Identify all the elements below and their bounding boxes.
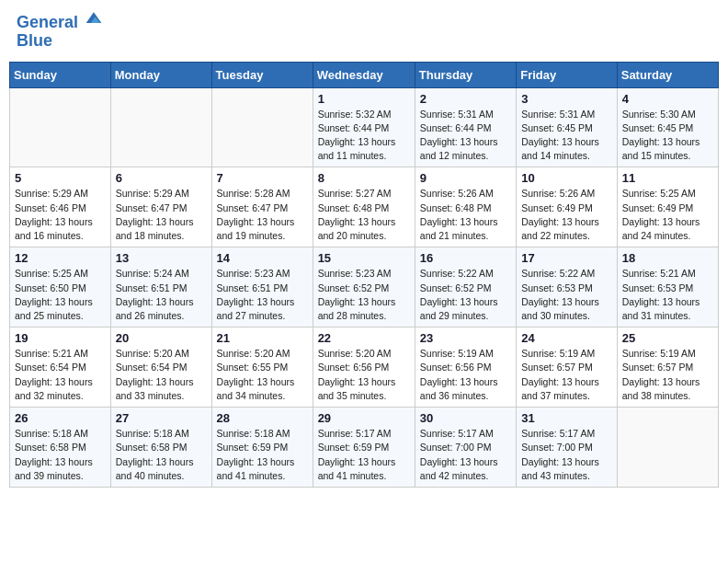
calendar-cell: 30Sunrise: 5:17 AM Sunset: 7:00 PM Dayli… xyxy=(415,408,516,488)
calendar-cell: 24Sunrise: 5:19 AM Sunset: 6:57 PM Dayli… xyxy=(517,327,618,408)
day-info: Sunrise: 5:19 AM Sunset: 6:57 PM Dayligh… xyxy=(622,347,713,403)
calendar-cell: 10Sunrise: 5:26 AM Sunset: 6:49 PM Dayli… xyxy=(517,167,618,247)
day-of-week-header: Tuesday xyxy=(211,62,313,87)
calendar-cell: 17Sunrise: 5:22 AM Sunset: 6:53 PM Dayli… xyxy=(517,247,618,327)
calendar-cell: 18Sunrise: 5:21 AM Sunset: 6:53 PM Dayli… xyxy=(617,247,718,327)
calendar-cell: 22Sunrise: 5:20 AM Sunset: 6:56 PM Dayli… xyxy=(313,327,415,408)
calendar-week-row: 12Sunrise: 5:25 AM Sunset: 6:50 PM Dayli… xyxy=(10,247,719,327)
day-info: Sunrise: 5:17 AM Sunset: 6:59 PM Dayligh… xyxy=(318,427,410,483)
day-info: Sunrise: 5:25 AM Sunset: 6:50 PM Dayligh… xyxy=(15,267,106,323)
calendar-cell xyxy=(617,408,718,488)
day-info: Sunrise: 5:17 AM Sunset: 7:00 PM Dayligh… xyxy=(521,427,612,483)
day-number: 26 xyxy=(15,411,106,425)
day-info: Sunrise: 5:18 AM Sunset: 6:58 PM Dayligh… xyxy=(116,427,207,483)
calendar-cell: 9Sunrise: 5:26 AM Sunset: 6:48 PM Daylig… xyxy=(415,167,516,247)
day-number: 28 xyxy=(217,411,308,425)
day-info: Sunrise: 5:27 AM Sunset: 6:48 PM Dayligh… xyxy=(318,187,410,243)
calendar-cell: 16Sunrise: 5:22 AM Sunset: 6:52 PM Dayli… xyxy=(415,247,516,327)
day-number: 19 xyxy=(15,331,106,345)
day-number: 31 xyxy=(521,411,612,425)
calendar-cell: 26Sunrise: 5:18 AM Sunset: 6:58 PM Dayli… xyxy=(10,408,111,488)
day-info: Sunrise: 5:22 AM Sunset: 6:52 PM Dayligh… xyxy=(420,267,511,323)
calendar-cell: 29Sunrise: 5:17 AM Sunset: 6:59 PM Dayli… xyxy=(313,408,415,488)
calendar-cell: 31Sunrise: 5:17 AM Sunset: 7:00 PM Dayli… xyxy=(517,408,618,488)
calendar-cell: 19Sunrise: 5:21 AM Sunset: 6:54 PM Dayli… xyxy=(10,327,111,408)
day-number: 12 xyxy=(15,251,106,265)
day-number: 8 xyxy=(318,171,410,185)
calendar-cell: 21Sunrise: 5:20 AM Sunset: 6:55 PM Dayli… xyxy=(211,327,313,408)
day-number: 1 xyxy=(318,92,410,106)
calendar-cell xyxy=(110,87,211,167)
day-info: Sunrise: 5:31 AM Sunset: 6:45 PM Dayligh… xyxy=(521,108,612,164)
day-info: Sunrise: 5:20 AM Sunset: 6:54 PM Dayligh… xyxy=(116,347,207,403)
day-info: Sunrise: 5:29 AM Sunset: 6:47 PM Dayligh… xyxy=(116,187,207,243)
calendar-cell: 13Sunrise: 5:24 AM Sunset: 6:51 PM Dayli… xyxy=(110,247,211,327)
page-header: General Blue xyxy=(9,9,719,54)
day-info: Sunrise: 5:32 AM Sunset: 6:44 PM Dayligh… xyxy=(318,108,410,164)
day-number: 25 xyxy=(622,331,713,345)
day-number: 11 xyxy=(622,171,713,185)
day-number: 3 xyxy=(521,92,612,106)
day-info: Sunrise: 5:20 AM Sunset: 6:56 PM Dayligh… xyxy=(318,347,410,403)
calendar-cell: 5Sunrise: 5:29 AM Sunset: 6:46 PM Daylig… xyxy=(10,167,111,247)
day-of-week-header: Monday xyxy=(110,62,211,87)
logo: General Blue xyxy=(17,13,103,51)
day-of-week-header: Wednesday xyxy=(313,62,415,87)
day-info: Sunrise: 5:18 AM Sunset: 6:59 PM Dayligh… xyxy=(217,427,308,483)
calendar-cell: 15Sunrise: 5:23 AM Sunset: 6:52 PM Dayli… xyxy=(313,247,415,327)
calendar-cell: 14Sunrise: 5:23 AM Sunset: 6:51 PM Dayli… xyxy=(211,247,313,327)
day-number: 10 xyxy=(521,171,612,185)
logo-blue: Blue xyxy=(17,31,52,50)
day-info: Sunrise: 5:23 AM Sunset: 6:52 PM Dayligh… xyxy=(318,267,410,323)
day-number: 6 xyxy=(116,171,207,185)
day-number: 24 xyxy=(521,331,612,345)
day-number: 27 xyxy=(116,411,207,425)
calendar-cell: 20Sunrise: 5:20 AM Sunset: 6:54 PM Dayli… xyxy=(110,327,211,408)
day-info: Sunrise: 5:17 AM Sunset: 7:00 PM Dayligh… xyxy=(420,427,511,483)
day-number: 7 xyxy=(217,171,308,185)
day-number: 5 xyxy=(15,171,106,185)
day-info: Sunrise: 5:26 AM Sunset: 6:48 PM Dayligh… xyxy=(420,187,511,243)
day-number: 2 xyxy=(420,92,511,106)
day-info: Sunrise: 5:19 AM Sunset: 6:57 PM Dayligh… xyxy=(521,347,612,403)
calendar-week-row: 26Sunrise: 5:18 AM Sunset: 6:58 PM Dayli… xyxy=(10,408,719,488)
day-number: 14 xyxy=(217,251,308,265)
day-number: 15 xyxy=(318,251,410,265)
day-number: 4 xyxy=(622,92,713,106)
calendar-header-row: SundayMondayTuesdayWednesdayThursdayFrid… xyxy=(10,62,719,87)
day-info: Sunrise: 5:22 AM Sunset: 6:53 PM Dayligh… xyxy=(521,267,612,323)
day-info: Sunrise: 5:29 AM Sunset: 6:46 PM Dayligh… xyxy=(15,187,106,243)
day-number: 9 xyxy=(420,171,511,185)
day-info: Sunrise: 5:28 AM Sunset: 6:47 PM Dayligh… xyxy=(217,187,308,243)
day-info: Sunrise: 5:20 AM Sunset: 6:55 PM Dayligh… xyxy=(217,347,308,403)
day-info: Sunrise: 5:18 AM Sunset: 6:58 PM Dayligh… xyxy=(15,427,106,483)
calendar-cell xyxy=(10,87,111,167)
day-number: 22 xyxy=(318,331,410,345)
day-info: Sunrise: 5:21 AM Sunset: 6:54 PM Dayligh… xyxy=(15,347,106,403)
logo-icon xyxy=(85,9,103,28)
day-number: 30 xyxy=(420,411,511,425)
day-info: Sunrise: 5:19 AM Sunset: 6:56 PM Dayligh… xyxy=(420,347,511,403)
logo-text: General Blue xyxy=(17,13,103,51)
calendar-cell: 11Sunrise: 5:25 AM Sunset: 6:49 PM Dayli… xyxy=(617,167,718,247)
calendar-cell: 28Sunrise: 5:18 AM Sunset: 6:59 PM Dayli… xyxy=(211,408,313,488)
day-number: 18 xyxy=(622,251,713,265)
calendar-cell: 23Sunrise: 5:19 AM Sunset: 6:56 PM Dayli… xyxy=(415,327,516,408)
logo-general: General xyxy=(17,13,78,31)
calendar-cell xyxy=(211,87,313,167)
day-of-week-header: Sunday xyxy=(10,62,111,87)
calendar-week-row: 1Sunrise: 5:32 AM Sunset: 6:44 PM Daylig… xyxy=(10,87,719,167)
day-number: 17 xyxy=(521,251,612,265)
calendar-table: SundayMondayTuesdayWednesdayThursdayFrid… xyxy=(9,62,719,488)
day-info: Sunrise: 5:21 AM Sunset: 6:53 PM Dayligh… xyxy=(622,267,713,323)
day-of-week-header: Saturday xyxy=(617,62,718,87)
calendar-cell: 3Sunrise: 5:31 AM Sunset: 6:45 PM Daylig… xyxy=(517,87,618,167)
calendar-cell: 27Sunrise: 5:18 AM Sunset: 6:58 PM Dayli… xyxy=(110,408,211,488)
day-info: Sunrise: 5:23 AM Sunset: 6:51 PM Dayligh… xyxy=(217,267,308,323)
calendar-cell: 8Sunrise: 5:27 AM Sunset: 6:48 PM Daylig… xyxy=(313,167,415,247)
day-info: Sunrise: 5:24 AM Sunset: 6:51 PM Dayligh… xyxy=(116,267,207,323)
calendar-week-row: 5Sunrise: 5:29 AM Sunset: 6:46 PM Daylig… xyxy=(10,167,719,247)
day-number: 29 xyxy=(318,411,410,425)
day-of-week-header: Friday xyxy=(517,62,618,87)
day-info: Sunrise: 5:26 AM Sunset: 6:49 PM Dayligh… xyxy=(521,187,612,243)
